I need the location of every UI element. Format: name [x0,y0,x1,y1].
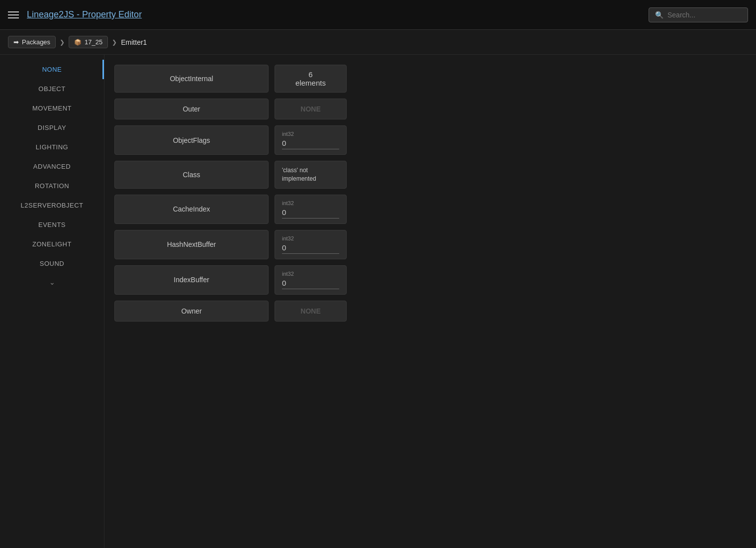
prop-value-objectflags[interactable]: int32 0 [275,125,347,155]
property-row-owner: Owner NONE [114,301,746,322]
prop-value-hashnextbuffer[interactable]: int32 0 [275,230,347,259]
prop-label-objectflags[interactable]: ObjectFlags [114,125,269,155]
property-row-indexbuffer: IndexBuffer int32 0 [114,265,746,295]
prop-value-objectinternal[interactable]: 6elements [275,65,347,93]
sidebar-item-lighting[interactable]: LIGHTING [0,137,104,157]
sidebar-item-l2serverobject[interactable]: L2SERVEROBJECT [0,196,104,215]
breadcrumb-arrow-1: ❯ [60,39,65,46]
search-input[interactable] [667,11,742,19]
prop-label-class[interactable]: Class [114,161,269,189]
sidebar-item-zonelight[interactable]: ZONELIGHT [0,234,104,254]
sidebar-chevron-down[interactable]: ⌄ [0,273,104,291]
main-layout: NONE OBJECT MOVEMENT DISPLAY LIGHTING AD… [0,55,756,548]
breadcrumb-arrow-2: ❯ [112,39,117,46]
header: Lineage2JS - Property Editor 🔍 [0,0,756,30]
breadcrumb-current: Emitter1 [121,38,147,46]
prop-label-indexbuffer[interactable]: IndexBuffer [114,265,269,295]
chevron-down-icon: ⌄ [49,278,55,286]
breadcrumb: ➡ Packages ❯ 📦 17_25 ❯ Emitter1 [0,30,756,55]
property-row-hashnextbuffer: HashNextBuffer int32 0 [114,230,746,259]
prop-label-owner[interactable]: Owner [114,301,269,322]
sidebar-item-movement[interactable]: MOVEMENT [0,99,104,118]
sidebar: NONE OBJECT MOVEMENT DISPLAY LIGHTING AD… [0,55,104,548]
packages-label: Packages [22,38,50,46]
sidebar-item-events[interactable]: EVENTS [0,215,104,234]
prop-value-class[interactable]: 'class' not implemented [275,161,347,189]
search-icon: 🔍 [655,11,663,19]
prop-value-indexbuffer[interactable]: int32 0 [275,265,347,295]
packages-arrow-icon: ➡ [13,38,19,46]
sidebar-item-none[interactable]: NONE [0,60,104,79]
prop-label-hashnextbuffer[interactable]: HashNextBuffer [114,230,269,259]
prop-value-owner[interactable]: NONE [275,301,347,322]
package-name-label: 17_25 [85,38,102,46]
package-icon: 📦 [74,39,82,46]
property-row-cacheindex: CacheIndex int32 0 [114,195,746,224]
prop-value-outer[interactable]: NONE [275,99,347,119]
elements-count: 6elements [282,70,339,87]
property-row-outer: Outer NONE [114,99,746,119]
sidebar-item-display[interactable]: DISPLAY [0,118,104,137]
header-left: Lineage2JS - Property Editor [8,9,142,20]
sidebar-item-advanced[interactable]: ADVANCED [0,157,104,176]
sidebar-item-sound[interactable]: SOUND [0,254,104,273]
search-box[interactable]: 🔍 [649,7,748,22]
breadcrumb-packages[interactable]: ➡ Packages [8,36,56,48]
prop-label-cacheindex[interactable]: CacheIndex [114,195,269,224]
sidebar-item-rotation[interactable]: ROTATION [0,176,104,196]
hamburger-menu[interactable] [8,11,19,18]
property-row-class: Class 'class' not implemented [114,161,746,189]
sidebar-item-none-wrapper: NONE [0,60,104,79]
sidebar-item-object[interactable]: OBJECT [0,79,104,99]
app-title[interactable]: Lineage2JS - Property Editor [27,9,142,20]
property-row-objectflags: ObjectFlags int32 0 [114,125,746,155]
prop-value-cacheindex[interactable]: int32 0 [275,195,347,224]
prop-label-objectinternal[interactable]: ObjectInternal [114,65,269,93]
content-panel: ObjectInternal 6elements Outer NONE Obje… [104,55,756,548]
prop-label-outer[interactable]: Outer [114,99,269,119]
property-row-objectinternal: ObjectInternal 6elements [114,65,746,93]
breadcrumb-package[interactable]: 📦 17_25 [69,36,108,48]
sidebar-active-bar [102,60,104,79]
